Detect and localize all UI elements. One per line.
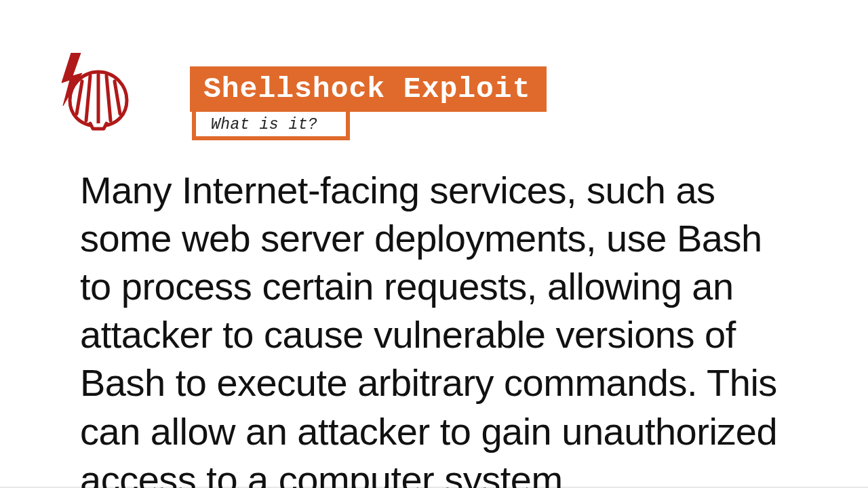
slide-header (58, 53, 139, 131)
slide-body-paragraph: Many Internet-facing services, such as s… (80, 166, 792, 488)
title-block: Shellshock Exploit What is it? (190, 66, 547, 140)
slide-title: Shellshock Exploit (190, 66, 547, 112)
slide: Shellshock Exploit What is it? Many Inte… (0, 0, 868, 488)
slide-subtitle: What is it? (192, 112, 350, 140)
shellshock-logo-icon (58, 53, 139, 131)
